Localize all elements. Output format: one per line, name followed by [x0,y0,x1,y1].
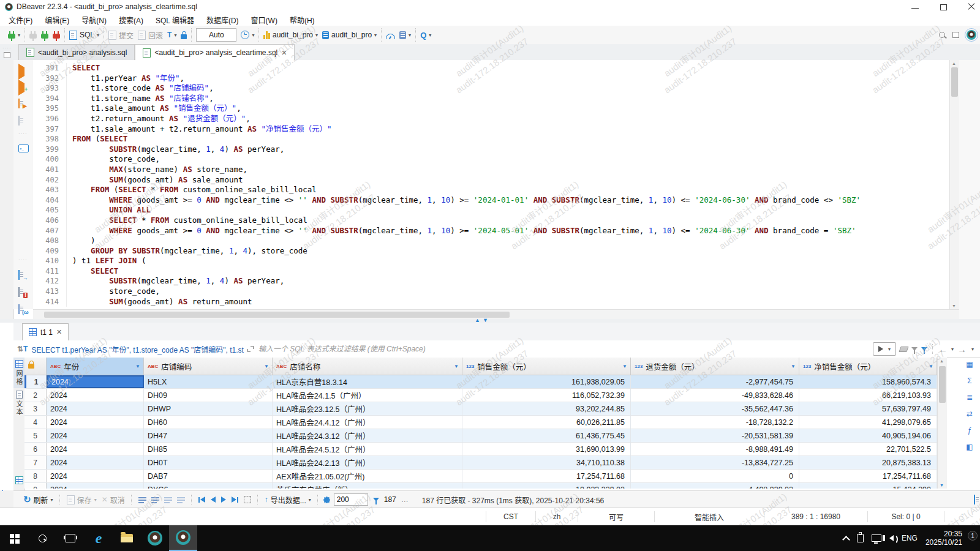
scroll-up-icon[interactable]: ▲ [952,61,956,66]
table-row[interactable]: 62024DH85HLA唯品会24.5.12（广州）31,690,013.99-… [24,443,937,456]
grid-cell[interactable]: DH47 [144,429,273,442]
restore-panel-icon[interactable] [4,52,10,58]
maximize-button[interactable] [940,3,947,10]
chevron-down-icon[interactable]: ▾ [97,32,99,38]
grid-cell[interactable]: HLA唯品会24.3.12（广州） [273,429,462,442]
grid-cell[interactable]: 61,436,775.45 [462,429,631,442]
usb-icon[interactable] [857,534,864,542]
taskbar-search-button[interactable] [28,525,56,551]
row-number[interactable]: 2 [24,389,47,402]
results-tab-t1[interactable]: t1 1 ✕ [22,323,69,340]
volume-icon[interactable] [889,535,894,541]
last-row-button[interactable] [232,497,238,503]
grid-cell[interactable]: 15,424,390 [799,483,937,489]
close-tab-icon[interactable]: ✕ [281,49,287,57]
grid-cell[interactable]: AEX唯品会21.05.02(广州) [273,470,462,482]
apply-filter-icon[interactable] [878,346,883,352]
lock-button[interactable] [181,31,187,39]
grid-cell[interactable]: DAB7 [144,470,273,482]
duplicate-row-icon[interactable] [151,497,159,503]
row-number[interactable]: 5 [24,429,47,442]
execute-script-button[interactable]: ▶ [18,99,20,108]
grid-cell[interactable]: -18,728,132.2 [631,416,799,429]
chevron-down-icon[interactable]: ▾ [429,32,431,38]
grid-cell[interactable]: 116,052,732.39 [462,389,631,402]
column-header-5[interactable]: 123净销售金额（元）▼ [799,358,937,375]
grid-cell[interactable]: 31,690,013.99 [462,443,631,455]
scrollbar-thumb[interactable] [951,67,958,97]
grid-cell[interactable]: HLA唯品会24.1.5（广州） [273,389,462,402]
grid-cell[interactable]: DHWP [144,402,273,415]
grid-cell[interactable]: 161,938,029.05 [462,375,631,388]
calc-panel-icon[interactable]: ƒ [968,426,972,435]
menu-item-4[interactable]: SQL 编辑器 [149,13,200,26]
language-indicator[interactable]: ENG [902,534,918,542]
grouping-panel-icon[interactable]: ◧ [966,443,973,451]
save-button[interactable]: 保存▾ [67,495,97,505]
grid-cell[interactable]: HLA唯品会23.12.5（广州） [273,402,462,415]
grid-cell[interactable]: DH85 [144,443,273,455]
chevron-down-icon[interactable]: ▾ [309,497,311,503]
more-icon[interactable]: … [401,495,409,504]
explain-plan-button[interactable] [18,116,20,125]
grid-cell[interactable]: 2024 [47,429,144,442]
chevron-down-icon[interactable]: ▾ [94,497,97,503]
chevron-down-icon[interactable]: ▾ [951,347,954,352]
filter-history-icon[interactable]: ▾ [888,347,891,352]
grid-cell[interactable]: 2024 [47,470,144,482]
grid-cell[interactable]: 20,875,383.13 [799,456,937,469]
table-row[interactable]: 52024DH47HLA唯品会24.3.12（广州）61,436,775.45-… [24,429,937,443]
taskbar-clock[interactable]: 20:35 2025/10/21 [925,530,962,547]
result-grid[interactable]: ABC年份▼ABC店铺编码▼ABC店铺名称▼123销售金额（元）▼123退货金额… [24,358,937,489]
chevron-down-icon[interactable]: ▾ [18,32,20,38]
column-menu-icon[interactable]: ▼ [454,364,459,369]
aggregate-panel-icon[interactable]: Σ [967,377,971,385]
grid-cell[interactable]: 158,960,574.3 [799,375,937,388]
scroll-up-icon[interactable]: ▲ [940,359,944,363]
grid-cell[interactable]: HLA京东自营18.3.14 [273,375,462,388]
grid-cell[interactable]: HLA唯品会24.2.13（广州） [273,456,462,469]
variables-button[interactable]: (ω [18,305,20,313]
table-row[interactable]: 32024DHWPHLA唯品会23.12.5（广州）93,202,244.85-… [24,402,937,416]
back-icon[interactable]: ← [938,344,948,354]
grid-cell[interactable]: 0 [631,470,799,482]
rollback-button[interactable]: 回滚 [138,30,163,40]
grid-cell[interactable]: DYC6 [144,483,273,489]
chevron-down-icon[interactable]: ▾ [252,32,254,38]
grid-cell[interactable]: 66,219,103.93 [799,389,937,402]
grid-cell[interactable]: DH60 [144,416,273,429]
error-log-button[interactable]: ! [18,288,20,296]
scroll-down-icon[interactable]: ▼ [952,304,956,308]
commit-mode-select[interactable]: Auto [196,28,236,42]
grid-corner[interactable] [24,358,47,375]
grid-cell[interactable]: 2024 [47,456,144,469]
editor-horizontal-scrollbar[interactable] [33,309,959,320]
filter-menu-icon[interactable] [921,347,927,351]
transaction-log-button[interactable]: T▾ [167,31,176,39]
grid-view-tab[interactable]: 网格 [13,358,24,388]
search-icon[interactable] [939,32,945,38]
forward-icon[interactable]: → [957,344,967,354]
grid-cell[interactable]: 2024 [47,402,144,415]
grid-cell[interactable]: -13,834,727.25 [631,456,799,469]
column-header-0[interactable]: ABC年份▼ [47,358,144,375]
dbeaver-taskbar-button-active[interactable] [169,525,197,551]
grid-cell[interactable]: -2,977,454.75 [631,375,799,388]
record-mode-toggle[interactable] [13,474,24,487]
schema-selector[interactable]: audit_bi_pro▾ [322,31,377,39]
menu-item-6[interactable]: 窗口(W) [245,13,284,26]
row-number[interactable]: 9 [24,483,47,489]
column-menu-icon[interactable]: ▼ [929,364,933,369]
delete-row-icon[interactable] [164,497,172,503]
export-data-button[interactable]: ↑导出数据...▾ [265,495,311,505]
grid-cell[interactable]: 93,202,244.85 [462,402,631,415]
menu-item-0[interactable]: 文件(F) [2,13,39,26]
grid-cell[interactable]: DH0T [144,456,273,469]
table-row[interactable]: 92024DYC6英氏京东自营店（新）19,923,329.02-4,498,9… [24,483,937,489]
add-row-icon[interactable] [138,497,146,503]
table-row[interactable]: 22024DH09HLA唯品会24.1.5（广州）116,052,732.39-… [24,389,937,402]
menu-item-2[interactable]: 导航(N) [75,13,113,26]
menu-item-5[interactable]: 数据库(D) [200,13,245,26]
grid-cell[interactable]: -8,988,491.49 [631,443,799,455]
chevron-down-icon[interactable]: ▾ [315,32,318,38]
